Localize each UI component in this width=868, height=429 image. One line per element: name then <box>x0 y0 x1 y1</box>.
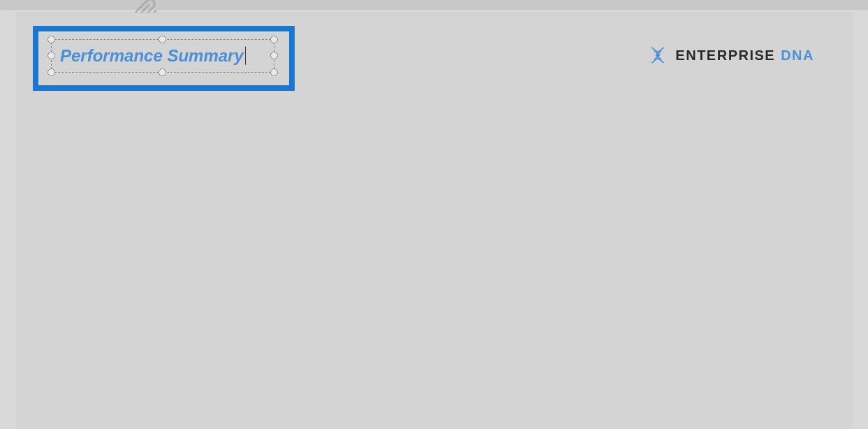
title-text[interactable]: Performance Summary <box>60 46 246 66</box>
resize-handle-bottom-center[interactable] <box>159 68 166 76</box>
selection-highlight: Performance Summary <box>33 26 295 91</box>
title-textbox[interactable]: Performance Summary <box>51 39 274 73</box>
brand-logo: ENTERPRISE DNA <box>647 45 814 66</box>
resize-handle-bottom-right[interactable] <box>270 68 278 76</box>
top-bar <box>0 0 868 10</box>
dna-icon <box>647 45 668 66</box>
resize-handle-top-left[interactable] <box>47 36 55 43</box>
resize-handle-top-center[interactable] <box>159 36 166 43</box>
brand-word-2: DNA <box>781 48 814 64</box>
resize-handle-mid-left[interactable] <box>47 52 55 59</box>
brand-word-1: ENTERPRISE <box>675 48 775 64</box>
resize-handle-mid-right[interactable] <box>270 52 278 59</box>
resize-handle-top-right[interactable] <box>270 36 278 43</box>
report-canvas[interactable]: Performance Summary ENTERPRISE DNA <box>15 13 853 429</box>
title-text-value: Performance Summary <box>60 46 244 65</box>
svg-rect-1 <box>656 54 660 56</box>
text-cursor <box>245 46 246 64</box>
svg-rect-2 <box>654 58 661 59</box>
svg-rect-0 <box>654 51 661 52</box>
brand-logo-text: ENTERPRISE DNA <box>675 48 814 64</box>
resize-handle-bottom-left[interactable] <box>47 68 55 76</box>
